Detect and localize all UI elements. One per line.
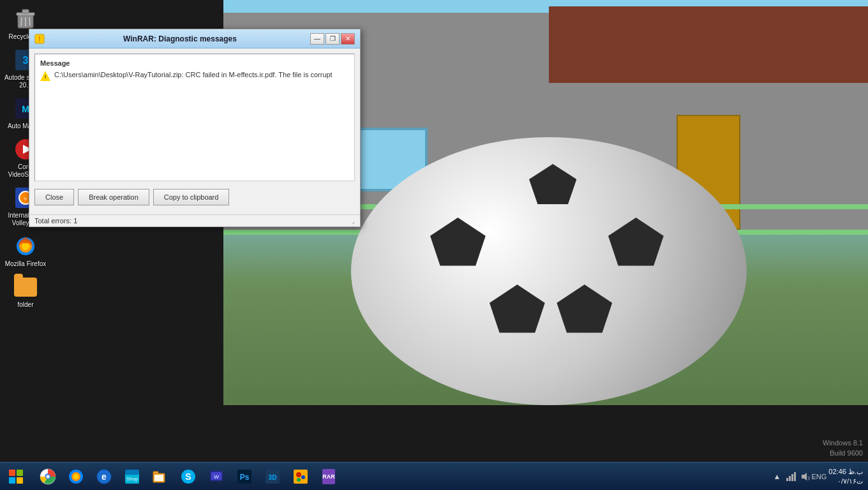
resize-handle[interactable]: ⌟ bbox=[352, 218, 355, 225]
close-titlebar-button[interactable]: ✕ bbox=[341, 33, 355, 45]
svg-rect-53 bbox=[794, 472, 796, 481]
svg-text:)): )) bbox=[807, 475, 810, 480]
minimize-button[interactable]: — bbox=[310, 33, 324, 45]
windows-logo bbox=[9, 470, 23, 484]
svg-text:e: e bbox=[101, 471, 107, 482]
svg-point-47 bbox=[297, 478, 301, 482]
svg-rect-33 bbox=[153, 471, 158, 474]
firefox-icon[interactable]: Mozilla Firefox bbox=[3, 234, 48, 268]
status-text: Total errors: 1 bbox=[34, 217, 77, 225]
dialog-status-bar: Total errors: 1 ⌟ bbox=[29, 214, 360, 226]
tray-clock[interactable]: 02:46 ب.ظ ت۰/۷/۱۶ bbox=[828, 467, 863, 486]
svg-marker-54 bbox=[802, 473, 807, 480]
taskbar-photoshop[interactable]: Ps bbox=[231, 464, 258, 489]
svg-rect-34 bbox=[154, 475, 163, 481]
svg-rect-2 bbox=[22, 10, 29, 13]
tray-expand[interactable]: ▲ bbox=[771, 471, 782, 482]
dialog-body: Message ! C:\Users\amin\Desktop\V-RayTut… bbox=[29, 48, 360, 214]
taskbar-icons: e Shop bbox=[32, 464, 766, 489]
warning-icon: ! bbox=[40, 71, 50, 81]
desktop: Recycle Bin 3 Autode sk Max 20... M Auto… bbox=[0, 0, 868, 490]
message-header: Message bbox=[40, 59, 349, 67]
taskbar-metro[interactable]: W bbox=[203, 464, 230, 489]
svg-text:!: ! bbox=[38, 36, 40, 43]
svg-text:3D: 3D bbox=[269, 474, 277, 481]
svg-rect-51 bbox=[789, 476, 791, 481]
dialog-title-text: WinRAR: Diagnostic messages bbox=[50, 34, 310, 43]
winrar-title-icon: ! bbox=[34, 34, 45, 44]
taskbar-store[interactable]: Shop bbox=[119, 464, 146, 489]
system-tray: ▲ )) bbox=[766, 463, 868, 491]
svg-line-3 bbox=[21, 17, 22, 26]
taskbar-3d[interactable]: 3D bbox=[259, 464, 286, 489]
folder-icon[interactable]: folder bbox=[3, 274, 48, 309]
taskbar-explorer[interactable] bbox=[147, 464, 174, 489]
svg-rect-44 bbox=[294, 470, 308, 484]
svg-rect-30 bbox=[125, 470, 139, 475]
tray-volume[interactable]: )) bbox=[799, 471, 811, 482]
svg-point-45 bbox=[296, 472, 301, 477]
soccer-ball bbox=[351, 137, 747, 405]
dialog-buttons: Close Break operation Copy to clipboard bbox=[34, 186, 355, 209]
taskbar-skype[interactable]: S bbox=[175, 464, 202, 489]
svg-text:W: W bbox=[214, 474, 219, 480]
close-button[interactable]: Close bbox=[34, 189, 74, 205]
dialog-titlebar: ! WinRAR: Diagnostic messages — ❐ ✕ bbox=[29, 29, 360, 48]
svg-text:V: V bbox=[24, 196, 27, 202]
message-text: C:\Users\amin\Desktop\V-RayTutorial.zip:… bbox=[54, 71, 333, 78]
svg-text:Ps: Ps bbox=[240, 473, 250, 482]
message-area: Message ! C:\Users\amin\Desktop\V-RayTut… bbox=[34, 54, 355, 181]
winrar-dialog: ! WinRAR: Diagnostic messages — ❐ ✕ Mess… bbox=[29, 29, 361, 227]
svg-point-26 bbox=[73, 474, 79, 479]
svg-rect-50 bbox=[786, 478, 788, 481]
message-row: ! C:\Users\amin\Desktop\V-RayTutorial.zi… bbox=[40, 71, 349, 81]
taskbar: e Shop bbox=[0, 462, 868, 490]
svg-point-23 bbox=[47, 475, 50, 478]
svg-line-5 bbox=[29, 17, 30, 26]
tray-icons: ▲ )) bbox=[771, 471, 825, 482]
taskbar-chrome[interactable] bbox=[34, 464, 61, 489]
taskbar-winrar[interactable]: RAR bbox=[315, 464, 342, 489]
tray-network[interactable] bbox=[785, 471, 797, 482]
taskbar-ie[interactable]: e bbox=[91, 464, 117, 489]
taskbar-firefox[interactable] bbox=[63, 464, 89, 489]
tray-language[interactable]: ENG bbox=[813, 471, 825, 482]
svg-point-46 bbox=[301, 475, 305, 479]
svg-text:S: S bbox=[185, 471, 191, 482]
restore-button[interactable]: ❐ bbox=[326, 33, 340, 45]
copy-to-clipboard-button[interactable]: Copy to clipboard bbox=[153, 189, 230, 205]
svg-text:Shop: Shop bbox=[126, 476, 138, 482]
win-version: Windows 8.1 Build 9600 bbox=[823, 438, 863, 458]
firefox-label: Mozilla Firefox bbox=[5, 260, 46, 268]
svg-text:RAR: RAR bbox=[322, 473, 335, 480]
start-button[interactable] bbox=[0, 463, 32, 491]
break-operation-button[interactable]: Break operation bbox=[78, 189, 149, 205]
titlebar-buttons: — ❐ ✕ bbox=[310, 33, 355, 45]
folder-label: folder bbox=[17, 301, 33, 309]
svg-text:3: 3 bbox=[23, 55, 29, 66]
taskbar-paint[interactable] bbox=[287, 464, 314, 489]
bg-roof bbox=[549, 6, 868, 83]
svg-rect-52 bbox=[791, 474, 793, 481]
